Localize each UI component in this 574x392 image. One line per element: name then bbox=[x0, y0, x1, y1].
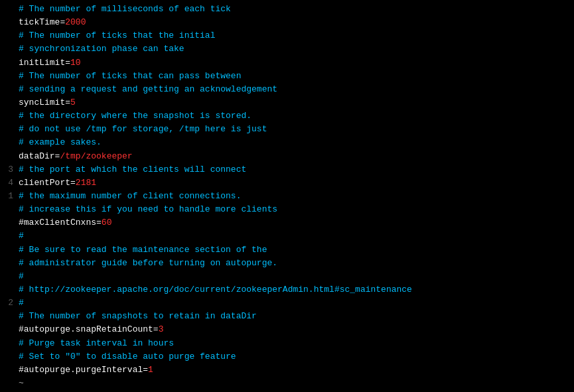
line-text: # example sakes. bbox=[19, 136, 102, 149]
line-text: # Set to "0" to disable auto purge featu… bbox=[19, 350, 236, 363]
line-text: initLimit=10 bbox=[19, 56, 81, 70]
line-number bbox=[4, 150, 13, 163]
line-11: dataDir=/tmp/zookeeper bbox=[4, 150, 570, 163]
line-20: # bbox=[4, 270, 570, 283]
line-number bbox=[4, 70, 13, 83]
line-number bbox=[4, 323, 13, 336]
line-number bbox=[4, 270, 13, 283]
line-text: ~ bbox=[19, 377, 24, 390]
line-10: # example sakes. bbox=[4, 136, 570, 149]
line-number bbox=[4, 216, 13, 229]
line-text: # the directory where the snapshot is st… bbox=[19, 109, 251, 123]
line-number bbox=[4, 229, 13, 243]
line-number bbox=[4, 109, 13, 123]
line-text: syncLimit=5 bbox=[19, 96, 76, 109]
line-number: 4 bbox=[4, 176, 13, 190]
line-17: # bbox=[4, 229, 570, 243]
line-number bbox=[4, 350, 13, 363]
line-number bbox=[4, 83, 13, 96]
line-number: 1 bbox=[4, 190, 13, 203]
line-number bbox=[4, 363, 13, 377]
line-text: # bbox=[19, 296, 24, 310]
line-23: # The number of snapshots to retain in d… bbox=[4, 310, 570, 323]
line-25: # Purge task interval in hours bbox=[4, 337, 570, 350]
line-7: syncLimit=5 bbox=[4, 96, 570, 109]
line-text: # The number of ticks that can pass betw… bbox=[19, 70, 241, 83]
line-text: # bbox=[19, 270, 24, 283]
line-text: # do not use /tmp for storage, /tmp here… bbox=[19, 123, 267, 136]
line-text: # increase this if you need to handle mo… bbox=[19, 203, 277, 216]
line-24: #autopurge.snapRetainCount=3 bbox=[4, 323, 570, 336]
line-number bbox=[4, 3, 13, 16]
terminal-window: # The number of milliseconds of each tic… bbox=[0, 0, 574, 392]
line-number bbox=[4, 310, 13, 323]
line-number bbox=[4, 283, 13, 296]
line-number bbox=[4, 203, 13, 216]
line-number: 2 bbox=[4, 296, 13, 310]
line-text: # Purge task interval in hours bbox=[19, 337, 174, 350]
line-15: # increase this if you need to handle mo… bbox=[4, 203, 570, 216]
line-text: # sending a request and getting an ackno… bbox=[19, 83, 277, 96]
line-text: # Be sure to read the maintenance sectio… bbox=[19, 243, 267, 257]
line-text: # synchronization phase can take bbox=[19, 42, 184, 56]
line-9: # do not use /tmp for storage, /tmp here… bbox=[4, 123, 570, 136]
line-text: # http://zookeeper.apache.org/doc/curren… bbox=[19, 283, 412, 296]
line-number bbox=[4, 243, 13, 257]
line-14: 1# the maximum number of client connecti… bbox=[4, 190, 570, 203]
line-text: # The number of milliseconds of each tic… bbox=[19, 3, 231, 16]
line-13: 4clientPort=2181 bbox=[4, 176, 570, 190]
line-text: #autopurge.purgeInterval=1 bbox=[19, 363, 153, 377]
line-number bbox=[4, 42, 13, 56]
line-number bbox=[4, 29, 13, 42]
line-number bbox=[4, 337, 13, 350]
code-content: # The number of milliseconds of each tic… bbox=[0, 3, 574, 390]
line-text: # The number of ticks that the initial bbox=[19, 29, 215, 42]
line-text: dataDir=/tmp/zookeeper bbox=[19, 150, 133, 163]
line-2: # The number of ticks that the initial bbox=[4, 29, 570, 42]
line-22: 2# bbox=[4, 296, 570, 310]
line-26: # Set to "0" to disable auto purge featu… bbox=[4, 350, 570, 363]
line-text: #autopurge.snapRetainCount=3 bbox=[19, 323, 163, 336]
line-number bbox=[4, 96, 13, 109]
line-number bbox=[4, 16, 13, 29]
line-number bbox=[4, 56, 13, 70]
line-6: # sending a request and getting an ackno… bbox=[4, 83, 570, 96]
line-text: # administrator guide before turning on … bbox=[19, 257, 277, 270]
line-21: # http://zookeeper.apache.org/doc/curren… bbox=[4, 283, 570, 296]
line-28: ~ bbox=[4, 377, 570, 390]
line-number bbox=[4, 257, 13, 270]
line-number: 3 bbox=[4, 163, 13, 176]
line-19: # administrator guide before turning on … bbox=[4, 257, 570, 270]
line-text: clientPort=2181 bbox=[19, 176, 96, 190]
line-number bbox=[4, 136, 13, 149]
line-text: # the maximum number of client connectio… bbox=[19, 190, 241, 203]
line-12: 3# the port at which the clients will co… bbox=[4, 163, 570, 176]
line-number bbox=[4, 377, 13, 390]
line-4: initLimit=10 bbox=[4, 56, 570, 70]
line-3: # synchronization phase can take bbox=[4, 42, 570, 56]
line-text: # The number of snapshots to retain in d… bbox=[19, 310, 257, 323]
line-0: # The number of milliseconds of each tic… bbox=[4, 3, 570, 16]
line-8: # the directory where the snapshot is st… bbox=[4, 109, 570, 123]
line-18: # Be sure to read the maintenance sectio… bbox=[4, 243, 570, 257]
line-number bbox=[4, 123, 13, 136]
line-text: #maxClientCnxns=60 bbox=[19, 216, 111, 229]
line-16: #maxClientCnxns=60 bbox=[4, 216, 570, 229]
line-text: tickTime=2000 bbox=[19, 16, 86, 29]
line-27: #autopurge.purgeInterval=1 bbox=[4, 363, 570, 377]
line-text: # the port at which the clients will con… bbox=[19, 163, 246, 176]
line-5: # The number of ticks that can pass betw… bbox=[4, 70, 570, 83]
line-1: tickTime=2000 bbox=[4, 16, 570, 29]
line-text: # bbox=[19, 229, 24, 243]
